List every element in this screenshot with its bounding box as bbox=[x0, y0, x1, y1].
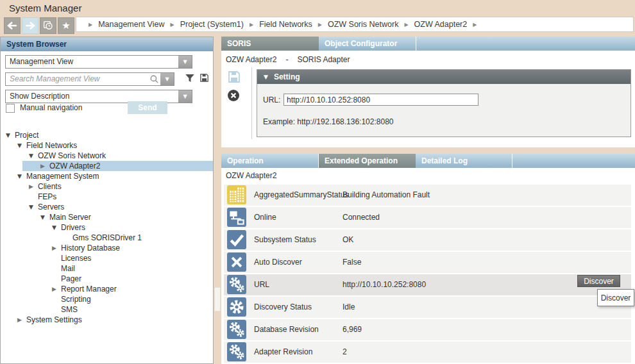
property-value: 6,969 bbox=[343, 319, 362, 340]
save-filter-icon[interactable] bbox=[199, 72, 210, 86]
property-value: Connected bbox=[343, 207, 380, 228]
expanded-arrow-icon[interactable]: ▼ bbox=[40, 214, 49, 220]
tree-item-sms[interactable]: SMS bbox=[1, 304, 212, 315]
collapsed-arrow-icon[interactable]: ▶ bbox=[29, 183, 38, 190]
breadcrumb-separator-icon: ▶ bbox=[473, 22, 477, 28]
tree-item-clients[interactable]: ▶Clients bbox=[1, 181, 212, 192]
expanded-arrow-icon[interactable]: ▼ bbox=[6, 132, 15, 138]
breadcrumb-item[interactable]: Management View bbox=[98, 20, 164, 29]
favorites-button[interactable]: ★ bbox=[58, 17, 74, 34]
tree-item-label: Licenses bbox=[61, 254, 91, 263]
breadcrumb-separator-icon: ▶ bbox=[170, 22, 174, 28]
network-icon bbox=[227, 208, 246, 227]
tab-extended-operation[interactable]: Extended Operation bbox=[319, 154, 416, 168]
collapsed-arrow-icon[interactable]: ▶ bbox=[52, 245, 61, 251]
tree-item-label: Management System bbox=[26, 172, 99, 181]
tree-item-pager[interactable]: Pager bbox=[1, 274, 212, 284]
tree-item-gms-sorisdriver-1[interactable]: Gms SORISDriver 1 bbox=[1, 233, 212, 243]
property-row-discovery-status[interactable]: Discovery StatusIdle bbox=[224, 297, 631, 318]
tree-item-ozw-soris-network[interactable]: ▼OZW Soris Network bbox=[1, 151, 212, 161]
tree-item-ozw-adapter2[interactable]: ▶OZW Adapter2 bbox=[1, 161, 212, 171]
discover-tooltip: Discover bbox=[597, 289, 634, 306]
manual-navigation-checkbox[interactable] bbox=[6, 104, 15, 113]
secondary-pane: OZW Adapter2 AggregatedSummaryStatusBuil… bbox=[221, 168, 635, 364]
setting-group: ▼ Setting URL: Example: http://192.168.1… bbox=[257, 69, 631, 137]
search-options-chevron-icon[interactable]: ▼ bbox=[160, 73, 174, 85]
breadcrumb-item[interactable]: Field Networks bbox=[259, 20, 312, 29]
tree-item-feps[interactable]: FEPs bbox=[1, 192, 212, 202]
property-value: False bbox=[343, 252, 361, 273]
tab-object-configurator[interactable]: Object Configurator bbox=[319, 37, 416, 51]
property-row-aggregatedsummarystatus[interactable]: AggregatedSummaryStatusBuilding Automati… bbox=[224, 185, 631, 206]
tree-item-system-settings[interactable]: ▶System Settings bbox=[1, 315, 212, 325]
tree-item-licenses[interactable]: Licenses bbox=[1, 253, 212, 263]
tree-item-label: Gms SORISDriver 1 bbox=[72, 233, 142, 242]
recent-views-button[interactable] bbox=[40, 17, 56, 34]
chevron-down-icon[interactable]: ▼ bbox=[178, 56, 192, 68]
search-box[interactable]: Search Management View ▼ bbox=[5, 72, 174, 86]
search-icon[interactable] bbox=[148, 73, 160, 85]
filter-icon[interactable] bbox=[184, 72, 196, 87]
url-input[interactable] bbox=[284, 94, 478, 106]
tree-item-report-manager[interactable]: ▶Report Manager bbox=[1, 284, 212, 294]
tab-operation[interactable]: Operation bbox=[221, 154, 319, 168]
breadcrumb-item[interactable]: Project (System1) bbox=[180, 20, 244, 29]
collapsed-arrow-icon[interactable]: ▶ bbox=[17, 317, 26, 323]
save-icon[interactable] bbox=[226, 69, 242, 87]
breadcrumb-item[interactable]: OZW Soris Network bbox=[328, 20, 398, 29]
expanded-arrow-icon[interactable]: ▼ bbox=[29, 153, 38, 159]
collapsed-arrow-icon[interactable]: ▶ bbox=[40, 163, 49, 169]
tree-item-project[interactable]: ▼Project bbox=[1, 130, 212, 140]
collapsed-arrow-icon[interactable]: ▶ bbox=[52, 286, 61, 292]
tree-item-mail[interactable]: Mail bbox=[1, 263, 212, 274]
tree-item-history-database[interactable]: ▶History Database bbox=[1, 243, 212, 253]
x-icon bbox=[227, 252, 246, 272]
system-browser-panel: System Browser Management View ▼ Search … bbox=[0, 37, 214, 364]
property-row-subsystem-status[interactable]: Subsystem StatusOK bbox=[224, 229, 631, 251]
tree-item-servers[interactable]: ▼Servers bbox=[1, 202, 212, 212]
property-value: 2 bbox=[343, 342, 347, 363]
property-row-url[interactable]: URLhttp://10.10.10.252:8080Discover bbox=[224, 274, 631, 295]
building-icon bbox=[227, 185, 246, 204]
property-label: URL bbox=[254, 274, 269, 295]
property-value: OK bbox=[343, 229, 353, 251]
expanded-arrow-icon[interactable]: ▼ bbox=[17, 173, 26, 179]
setting-group-header[interactable]: ▼ Setting bbox=[257, 70, 631, 84]
property-row-auto-discover[interactable]: Auto DiscoverFalse bbox=[224, 252, 631, 273]
tab-soris[interactable]: SORIS bbox=[221, 37, 319, 51]
tree-item-field-networks[interactable]: ▼Field Networks bbox=[1, 140, 212, 151]
object-title-separator: - bbox=[285, 55, 288, 64]
property-row-database-revision[interactable]: Database Revision6,969 bbox=[224, 319, 631, 340]
tree-item-management-system[interactable]: ▼Management System bbox=[1, 171, 212, 181]
back-button[interactable] bbox=[4, 17, 21, 34]
breadcrumb-separator-icon: ▶ bbox=[250, 22, 253, 28]
tree-item-scripting[interactable]: Scripting bbox=[1, 294, 212, 304]
breadcrumb-item[interactable]: OZW Adapter2 bbox=[414, 20, 468, 29]
property-row-adapter-revision[interactable]: Adapter Revision2 bbox=[224, 342, 631, 363]
search-input[interactable]: Search Management View bbox=[6, 73, 148, 85]
property-label: Online bbox=[254, 207, 276, 228]
title-bar: System Manager bbox=[0, 0, 635, 17]
tab-detailed-log[interactable]: Detailed Log bbox=[416, 154, 512, 168]
chevron-down-icon[interactable]: ▼ bbox=[178, 90, 192, 103]
property-label: AggregatedSummaryStatus bbox=[254, 185, 348, 206]
discover-button[interactable]: Discover bbox=[577, 275, 620, 287]
expanded-arrow-icon[interactable]: ▼ bbox=[52, 224, 61, 231]
view-selector[interactable]: Management View ▼ bbox=[5, 55, 192, 69]
forward-button[interactable] bbox=[22, 17, 38, 34]
property-row-online[interactable]: OnlineConnected bbox=[224, 207, 631, 228]
tree-scrollbar-thumb[interactable] bbox=[214, 287, 221, 311]
system-browser-header: System Browser bbox=[1, 37, 213, 51]
discard-icon[interactable] bbox=[227, 89, 240, 104]
tree-item-label: Report Manager bbox=[61, 285, 117, 294]
tree-item-main-server[interactable]: ▼Main Server bbox=[1, 212, 212, 222]
tree-item-drivers[interactable]: ▼Drivers bbox=[1, 222, 212, 233]
tree-item-label: Clients bbox=[38, 182, 62, 191]
expanded-arrow-icon[interactable]: ▼ bbox=[17, 142, 26, 149]
back-arrow-icon bbox=[6, 20, 18, 31]
breadcrumb-separator-icon: ▶ bbox=[404, 22, 408, 28]
send-button[interactable]: Send bbox=[128, 101, 167, 114]
breadcrumb-separator-icon: ▶ bbox=[318, 22, 322, 28]
expanded-arrow-icon[interactable]: ▼ bbox=[29, 204, 38, 210]
tree-item-label: Mail bbox=[61, 264, 75, 273]
